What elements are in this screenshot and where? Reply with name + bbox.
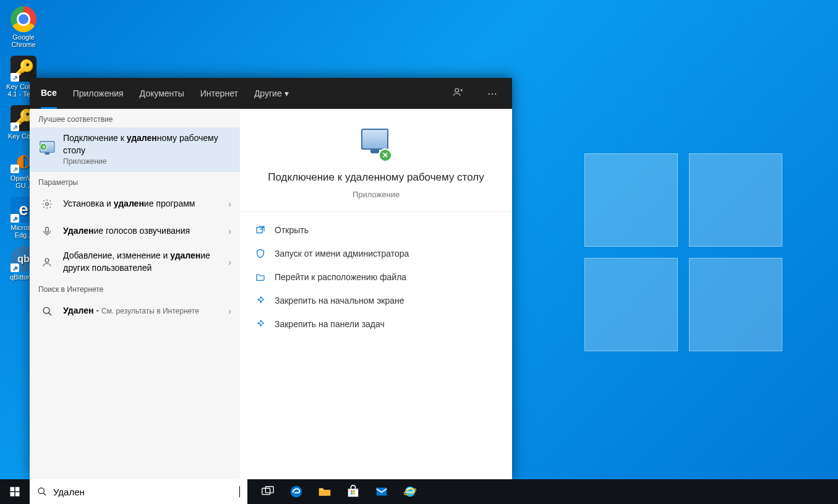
shield-icon: [255, 248, 266, 259]
svg-rect-2: [46, 227, 49, 232]
chevron-right-icon: ›: [223, 306, 231, 316]
open-icon: [255, 224, 266, 236]
result-best-match[interactable]: ✕ Подключение к удаленному рабочему стол…: [30, 127, 240, 172]
tab-all[interactable]: Все: [41, 78, 57, 109]
result-settings-1[interactable]: Удаление голосов озвучивания ›: [30, 218, 240, 245]
svg-point-4: [43, 307, 49, 314]
feedback-icon[interactable]: [449, 83, 468, 104]
preview-actions: Открыть Запуск от имени администратора П…: [240, 212, 512, 342]
svg-rect-18: [351, 493, 353, 495]
chevron-right-icon: ›: [223, 226, 231, 236]
svg-rect-5: [257, 227, 262, 233]
section-best-match: Лучшее соответствие: [30, 109, 240, 127]
preview-subtitle: Приложение: [252, 190, 500, 199]
search-icon: [37, 487, 47, 497]
svg-rect-6: [11, 487, 15, 492]
tab-docs[interactable]: Документы: [140, 78, 184, 109]
search-results-panel: Все Приложения Документы Интернет Другие…: [30, 78, 512, 479]
svg-rect-14: [319, 490, 330, 495]
svg-rect-19: [353, 493, 355, 495]
svg-point-13: [291, 486, 302, 497]
desktop-icon-chrome[interactable]: Google Chrome: [4, 6, 43, 48]
svg-rect-16: [351, 490, 353, 492]
action-pin-taskbar[interactable]: Закрепить на панели задач: [240, 312, 512, 336]
taskbar-search-box[interactable]: [30, 479, 247, 504]
svg-rect-7: [15, 487, 20, 492]
taskbar: [0, 479, 838, 504]
tab-other[interactable]: Другие ▾: [254, 78, 289, 109]
results-preview-column: ✕ Подключение к удаленному рабочему стол…: [240, 109, 512, 479]
tab-internet[interactable]: Интернет: [200, 78, 238, 109]
rdc-icon: ✕: [38, 141, 56, 158]
taskbar-explorer[interactable]: [310, 479, 339, 504]
taskbar-store[interactable]: [339, 479, 367, 504]
taskbar-edge[interactable]: [282, 479, 310, 504]
search-input[interactable]: [53, 487, 233, 497]
preview-title: Подключение к удаленному рабочему столу: [252, 171, 500, 185]
search-icon: [38, 302, 56, 320]
task-view-button[interactable]: [254, 479, 282, 504]
taskbar-mail[interactable]: [367, 479, 396, 504]
chevron-right-icon: ›: [223, 199, 231, 209]
mic-icon: [38, 223, 56, 240]
action-run-admin[interactable]: Запуск от имени администратора: [240, 242, 512, 265]
svg-rect-11: [262, 489, 270, 495]
result-settings-0[interactable]: Установка и удаление программ ›: [30, 190, 240, 218]
text-cursor: [239, 486, 240, 497]
svg-rect-17: [353, 490, 355, 492]
user-icon: [38, 254, 56, 271]
result-settings-2[interactable]: Добавление, изменение и удаление других …: [30, 245, 240, 279]
action-pin-start[interactable]: Закрепить на начальном экране: [240, 289, 512, 312]
pin-start-icon: [255, 295, 266, 306]
start-button[interactable]: [0, 479, 30, 504]
svg-point-1: [46, 203, 49, 206]
svg-rect-9: [15, 492, 20, 497]
chevron-right-icon: ›: [223, 257, 231, 267]
results-left-column: Лучшее соответствие ✕ Подключение к удал…: [30, 109, 240, 479]
action-file-location[interactable]: Перейти к расположению файла: [240, 265, 512, 289]
more-icon[interactable]: ⋯: [484, 84, 501, 103]
tab-apps[interactable]: Приложения: [73, 78, 124, 109]
result-web-0[interactable]: Удален - См. результаты в Интернете ›: [30, 297, 240, 325]
svg-rect-12: [265, 487, 273, 493]
svg-point-10: [38, 488, 44, 493]
search-header: Все Приложения Документы Интернет Другие…: [30, 78, 512, 109]
pin-taskbar-icon: [255, 318, 266, 330]
action-open[interactable]: Открыть: [240, 218, 512, 242]
folder-icon: [255, 271, 266, 283]
taskbar-ie[interactable]: [396, 479, 424, 504]
svg-point-0: [455, 88, 459, 92]
section-web: Поиск в Интернете: [30, 279, 240, 297]
windows-logo-wallpaper: [584, 153, 782, 351]
svg-point-3: [45, 258, 49, 262]
preview-app-icon: ✕: [359, 127, 393, 162]
svg-rect-8: [11, 492, 15, 497]
section-settings: Параметры: [30, 172, 240, 190]
gear-icon: [38, 195, 56, 213]
